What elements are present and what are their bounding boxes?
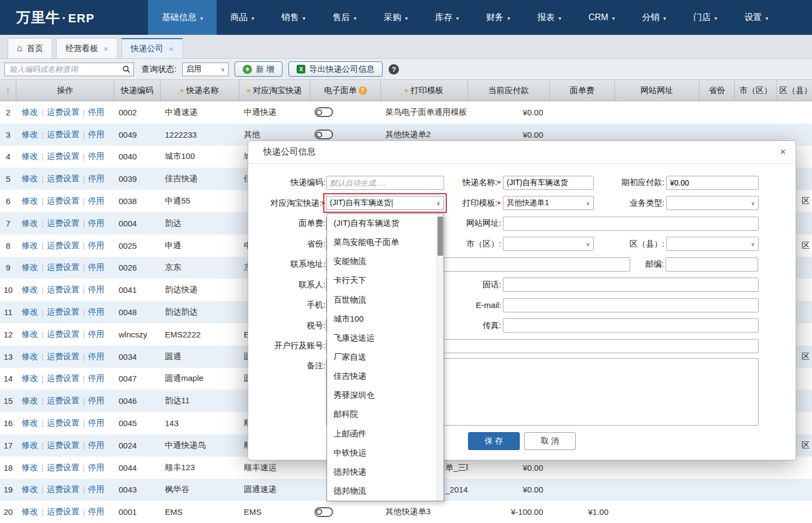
chevron-down-icon[interactable]: ∨: [435, 200, 442, 206]
help-icon[interactable]: ?: [389, 64, 399, 75]
action-运费设置[interactable]: 运费设置: [47, 418, 79, 428]
dropdown-option[interactable]: (JIT)自有车辆送货: [327, 214, 436, 233]
close-icon[interactable]: ×: [103, 44, 108, 53]
dropdown-option[interactable]: 百世物流: [327, 291, 436, 310]
dropdown-option[interactable]: 秀驿深圳仓: [327, 386, 436, 405]
header-电子面单[interactable]: 电子面单?: [310, 80, 381, 101]
email-input[interactable]: [503, 298, 759, 312]
action-停用[interactable]: 停用: [88, 418, 104, 428]
action-修改[interactable]: 修改: [22, 507, 38, 517]
ewaybill-toggle-off[interactable]: [315, 507, 333, 517]
business-type-select[interactable]: ∨: [666, 196, 759, 210]
action-运费设置[interactable]: 运费设置: [47, 130, 79, 140]
action-运费设置[interactable]: 运费设置: [47, 174, 79, 184]
action-修改[interactable]: 修改: [22, 329, 38, 340]
tab-快递公司[interactable]: 快递公司×: [121, 38, 183, 58]
opening-payable-input[interactable]: [666, 176, 759, 190]
column-menu-icon[interactable]: ⋮: [0, 80, 16, 101]
dropdown-option[interactable]: 厂家自送: [327, 348, 436, 367]
action-停用[interactable]: 停用: [88, 151, 104, 162]
action-运费设置[interactable]: 运费设置: [47, 241, 79, 251]
action-停用[interactable]: 停用: [88, 329, 104, 340]
dropdown-option[interactable]: 上邮函件: [327, 424, 436, 444]
action-停用[interactable]: 停用: [88, 307, 104, 317]
dropdown-option[interactable]: 德邦快递: [327, 463, 436, 482]
nav-item-库存[interactable]: 库存▾: [421, 0, 472, 35]
action-修改[interactable]: 修改: [22, 262, 38, 273]
action-停用[interactable]: 停用: [88, 440, 104, 451]
action-运费设置[interactable]: 运费设置: [47, 307, 79, 317]
search-input[interactable]: [4, 63, 134, 76]
action-停用[interactable]: 停用: [88, 507, 104, 517]
dropdown-option[interactable]: 德邦物流: [327, 482, 436, 501]
courier-name-input[interactable]: [503, 176, 594, 190]
nav-item-报表[interactable]: 报表▾: [524, 0, 575, 35]
action-停用[interactable]: 停用: [88, 130, 104, 140]
action-停用[interactable]: 停用: [88, 352, 104, 362]
scrollbar-thumb[interactable]: [438, 217, 443, 256]
header-操作[interactable]: 操作: [16, 80, 114, 101]
dropdown-option[interactable]: 飞康达送运: [327, 329, 436, 348]
nav-item-CRM[interactable]: CRM▾: [575, 0, 628, 35]
action-停用[interactable]: 停用: [88, 218, 104, 229]
action-运费设置[interactable]: 运费设置: [47, 463, 79, 473]
action-运费设置[interactable]: 运费设置: [47, 373, 79, 384]
dropdown-option[interactable]: 邮科院: [327, 405, 436, 424]
action-修改[interactable]: 修改: [22, 174, 38, 184]
action-运费设置[interactable]: 运费设置: [47, 151, 79, 162]
dropdown-option[interactable]: 城市100: [327, 310, 436, 329]
export-button[interactable]: X 导出快递公司信息: [288, 61, 383, 77]
nav-item-售后[interactable]: 售后▾: [319, 0, 370, 35]
nav-item-设置[interactable]: 设置▾: [731, 0, 782, 35]
add-button[interactable]: + 新 增: [235, 61, 282, 77]
action-修改[interactable]: 修改: [22, 196, 38, 206]
ewaybill-toggle-off[interactable]: [315, 130, 333, 139]
action-停用[interactable]: 停用: [88, 107, 104, 118]
website-input[interactable]: [503, 217, 759, 231]
action-运费设置[interactable]: 运费设置: [47, 107, 79, 118]
header-当前应付款[interactable]: 当前应付款: [468, 80, 550, 101]
action-运费设置[interactable]: 运费设置: [47, 484, 79, 495]
dropdown-option[interactable]: 菜鸟安能电子面单: [327, 233, 436, 252]
nav-item-基础信息[interactable]: 基础信息▾: [148, 0, 217, 35]
district-select[interactable]: ∨: [666, 237, 759, 251]
taobao-courier-combobox[interactable]: (JIT)自有车辆送货 ∨: [326, 196, 444, 210]
action-停用[interactable]: 停用: [88, 285, 104, 295]
action-修改[interactable]: 修改: [22, 484, 38, 495]
close-icon[interactable]: ×: [169, 44, 174, 53]
action-运费设置[interactable]: 运费设置: [47, 396, 79, 406]
status-select[interactable]: 启用 ∨: [182, 63, 229, 76]
dropdown-scrollbar[interactable]: [436, 214, 444, 501]
dropdown-option[interactable]: 卡行天下: [327, 271, 436, 290]
action-修改[interactable]: 修改: [22, 463, 38, 473]
action-修改[interactable]: 修改: [22, 352, 38, 362]
cancel-button[interactable]: 取 消: [524, 432, 576, 450]
nav-item-采购[interactable]: 采购▾: [370, 0, 421, 35]
header-快递名称[interactable]: ▶快递名称: [161, 80, 239, 101]
tab-首页[interactable]: ⌂首页: [8, 38, 52, 58]
header-打印模板[interactable]: ▶打印模板: [381, 80, 468, 101]
action-停用[interactable]: 停用: [88, 196, 104, 206]
search-icon[interactable]: [119, 63, 133, 76]
action-运费设置[interactable]: 运费设置: [47, 440, 79, 451]
header-市（区）[interactable]: 市（区）: [735, 80, 777, 101]
action-运费设置[interactable]: 运费设置: [47, 507, 79, 517]
dropdown-option[interactable]: 佳吉快递: [327, 367, 436, 386]
ewaybill-toggle-off[interactable]: [315, 107, 333, 117]
action-运费设置[interactable]: 运费设置: [47, 285, 79, 295]
action-停用[interactable]: 停用: [88, 484, 104, 495]
action-运费设置[interactable]: 运费设置: [47, 218, 79, 229]
action-停用[interactable]: 停用: [88, 373, 104, 384]
nav-item-销售[interactable]: 销售▾: [268, 0, 319, 35]
action-停用[interactable]: 停用: [88, 396, 104, 406]
print-template-select[interactable]: 其他快递单1 ∨: [503, 196, 594, 210]
courier-code-input[interactable]: [326, 176, 444, 190]
dropdown-option[interactable]: 中铁快运: [327, 444, 436, 463]
city-select[interactable]: ∨: [503, 237, 594, 251]
action-运费设置[interactable]: 运费设置: [47, 329, 79, 340]
header-面单费[interactable]: 面单费: [550, 80, 615, 101]
telephone-input[interactable]: [503, 278, 759, 292]
action-修改[interactable]: 修改: [22, 307, 38, 317]
action-运费设置[interactable]: 运费设置: [47, 196, 79, 206]
nav-item-财务[interactable]: 财务▾: [472, 0, 524, 35]
